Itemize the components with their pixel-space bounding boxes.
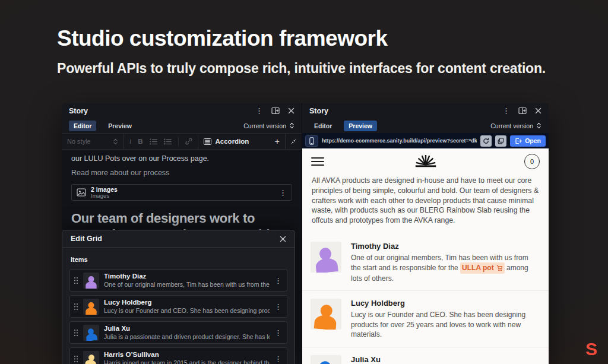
panel-menu-icon[interactable]: ⋮ [502,107,510,115]
studio-window: Story ⋮ Editor Preview Current version N… [62,103,549,364]
bullet-list-icon[interactable] [150,138,157,145]
edit-grid-modal-body: Items Timothy Diaz One of our original m… [62,248,294,364]
team-member-bio: One of our original members, Tim has bee… [351,253,539,284]
grid-item-menu-icon[interactable]: ⋮ [274,277,282,284]
phone-icon [309,137,314,145]
close-icon[interactable] [280,236,286,242]
grid-item-name: Harris O’Sullivan [104,351,270,359]
drag-handle-icon[interactable] [74,355,78,363]
mobile-preview-button[interactable] [305,135,318,147]
editor-toolbar: No style i B [62,133,302,150]
product-annotation[interactable]: ULLA pot [460,262,505,274]
editor-paragraph: our LULU Pots over on our Process page. [71,154,292,163]
cart-count: 0 [530,158,534,165]
grid-item-menu-icon[interactable]: ⋮ [274,303,282,311]
team-member-row: Lucy Holdberg Lucy is our Founder and CE… [302,290,549,347]
italic-button[interactable]: i [129,138,131,145]
cart-count-button[interactable]: 0 [524,154,540,169]
toolbar-divider [178,137,179,145]
modal-title: Edit Grid [71,235,102,243]
panel-title: Story [69,107,88,115]
split-pane-icon[interactable] [518,107,527,115]
avatar [311,299,341,330]
link-icon[interactable] [185,138,192,145]
grid-item-row[interactable]: Lucy Holdberg Lucy is our Founder and CE… [69,295,287,318]
grid-item-row[interactable]: Julia Xu Julia is a passionate and drive… [69,321,287,344]
avka-sunburst-logo-icon[interactable] [413,155,438,167]
site-preview: 0 All AVKA products are designed in-hous… [302,148,549,364]
chevron-updown-icon [536,122,542,129]
preview-url[interactable]: https://demo-ecommerce.sanity.build/api/… [322,138,477,144]
tab-preview[interactable]: Preview [344,121,377,131]
panel-title: Story [309,107,328,115]
style-select[interactable]: No style [62,134,124,149]
copy-url-button[interactable] [495,135,506,147]
avatar [83,299,99,315]
avatar [311,355,341,364]
accordion-block-label: Accordion [216,138,249,145]
team-list: Timothy Diaz One of our original members… [302,234,549,364]
grid-item-description: One of our original members, Tim has bee… [104,281,270,289]
collapse-icon [291,138,296,145]
edit-grid-modal: Edit Grid Items Timothy Diaz One of our … [62,230,295,364]
grid-item-description: Lucy is our Founder and CEO. She has bee… [104,307,270,315]
tab-preview[interactable]: Preview [103,121,137,131]
grid-item-row[interactable]: Timothy Diaz One of our original members… [69,269,287,292]
grid-item-menu-icon[interactable]: ⋮ [274,329,282,337]
chevron-updown-icon [289,122,294,129]
sanity-logo: S [585,340,597,358]
reload-icon [483,138,489,144]
editor-link-text: Read more about our process [71,169,292,177]
collapse-button[interactable] [285,134,302,149]
drag-handle-icon[interactable] [74,329,78,337]
version-select[interactable]: Current version [490,122,542,129]
drag-handle-icon[interactable] [74,277,78,284]
images-card[interactable]: 2 images Images ⋮ [71,184,292,201]
grid-item-name: Timothy Diaz [104,273,270,281]
open-button[interactable]: Open [510,135,546,147]
avatar [311,242,341,273]
close-icon[interactable] [535,107,542,114]
panel-menu-icon[interactable]: ⋮ [255,107,263,115]
accordion-block-control[interactable]: Accordion + [198,134,285,149]
page-subtitle: Powerful APIs to truly compose rich, int… [57,61,546,77]
page-title: Studio customization framework [57,26,388,51]
open-external-icon [515,138,522,144]
version-label: Current version [490,122,533,129]
drag-handle-icon[interactable] [74,303,78,311]
hamburger-menu-icon[interactable] [311,157,324,166]
editor-panel-header: Story ⋮ [62,103,302,118]
tab-editor[interactable]: Editor [309,121,337,131]
site-intro-paragraph: All AVKA products are designed in-house … [302,174,549,226]
chevron-updown-icon [113,138,118,145]
grid-item-name: Lucy Holdberg [104,299,270,307]
numbered-list-icon[interactable] [164,138,172,145]
team-member-row: Timothy Diaz One of our original members… [302,234,549,291]
reload-button[interactable] [480,135,492,147]
cart-icon [496,265,503,271]
format-buttons: i B [124,134,198,149]
team-member-name: Timothy Diaz [351,242,539,251]
grid-item-name: Julia Xu [104,325,270,333]
images-card-menu-icon[interactable]: ⋮ [279,189,287,197]
close-icon[interactable] [288,107,294,114]
images-card-subtitle: Images [91,193,118,200]
preview-url-bar: https://demo-ecommerce.sanity.build/api/… [302,133,549,148]
preview-panel-header: Story ⋮ [302,103,549,118]
editor-panel-tabs: Editor Preview Current version [62,118,302,133]
version-select[interactable]: Current version [243,122,294,129]
add-block-button[interactable]: + [275,137,280,146]
grid-item-row[interactable]: Harris O’Sullivan Harris joined our team… [69,347,287,364]
avatar [83,325,99,341]
bold-button[interactable]: B [138,138,142,145]
version-label: Current version [243,122,286,129]
grid-item-description: Julia is a passionate and driven product… [104,333,270,341]
page-background: Studio customization framework Powerful … [0,0,608,364]
split-pane-icon[interactable] [271,107,280,115]
grid-item-menu-icon[interactable]: ⋮ [274,355,282,363]
edit-grid-modal-header: Edit Grid [62,230,294,248]
tab-editor[interactable]: Editor [69,121,96,131]
team-member-name: Lucy Holdberg [351,299,539,308]
editor-panel: Story ⋮ Editor Preview Current version N… [62,103,302,364]
copy-icon [498,138,504,144]
